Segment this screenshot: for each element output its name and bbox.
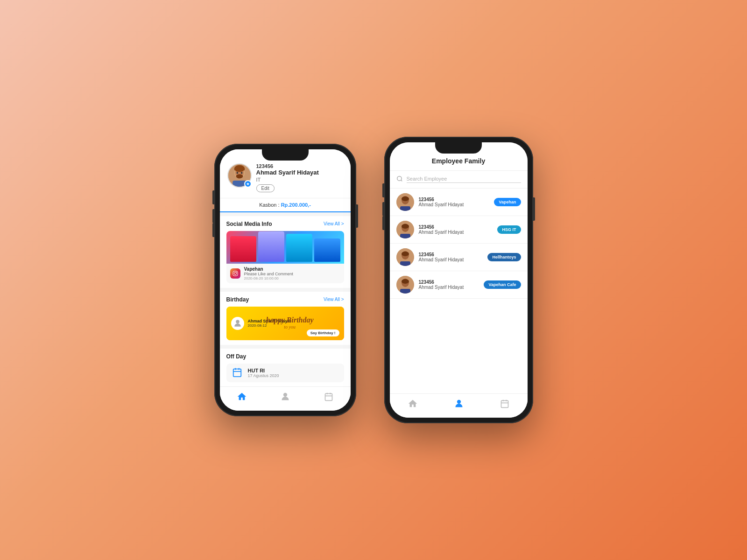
emp-info-2: 123456 Ahmad Syarif Hidayat [419, 224, 493, 235]
table-row: 123456 Ahmad Syarif Hidayat Vapehan [390, 189, 528, 216]
search-bar: Search Employee [390, 171, 528, 189]
emp-badge-2: HSG IT [497, 225, 521, 234]
bottle-1 [230, 236, 256, 262]
offday-item: HUT RI 17 Agustus 2020 [226, 364, 344, 382]
table-row: 123456 Ahmad Syarif Hidayat Hellhantoys [390, 244, 528, 271]
kasbon-label: Kasbon : [259, 202, 279, 208]
profile-id: 123456 [256, 163, 343, 169]
calendar-icon [232, 367, 243, 378]
svg-rect-9 [233, 271, 238, 276]
svg-point-7 [236, 174, 243, 178]
offday-section: Off Day HUT RI [220, 349, 351, 387]
svg-point-6 [240, 172, 242, 174]
birthday-title: Birthday [226, 296, 249, 303]
birthday-sub-text: to you [266, 324, 314, 329]
phone-right: Employee Family Search Employee [384, 137, 533, 423]
svg-point-10 [234, 272, 236, 274]
phone-left: 123456 Ahmad Syarif Hidayat IT Edit Kasb… [214, 144, 356, 416]
emp-avatar-2 [396, 221, 414, 238]
birthday-avatar [231, 317, 244, 330]
screen-right: Employee Family Search Employee [390, 142, 528, 418]
svg-point-12 [236, 320, 240, 323]
nav-person-left[interactable] [281, 392, 290, 404]
nav-home-left[interactable] [237, 392, 247, 404]
emp-name-4: Ahmad Syarif Hidayat [419, 285, 479, 290]
edit-button[interactable]: Edit [256, 184, 275, 192]
social-view-all[interactable]: View All > [324, 221, 344, 226]
svg-point-30 [402, 224, 409, 229]
social-media-section: Social Media Info View All > [220, 216, 351, 288]
svg-rect-39 [400, 289, 410, 294]
social-title: Social Media Info [226, 221, 272, 227]
search-input[interactable]: Search Employee [407, 176, 521, 183]
emp-avatar-1 [396, 193, 414, 211]
offday-date: 17 Agustus 2020 [248, 373, 279, 378]
offday-header: Off Day [226, 353, 344, 360]
profile-info: 123456 Ahmad Syarif Hidayat IT Edit [256, 163, 343, 192]
birthday-section: Birthday View All > Ahmad Syarif Hid [220, 292, 351, 345]
svg-rect-41 [501, 400, 508, 407]
social-name: Vapehan [244, 266, 340, 272]
emp-id-3: 123456 [419, 252, 483, 257]
emp-name-1: Ahmad Syarif Hidayat [419, 202, 490, 207]
search-icon [396, 175, 403, 183]
svg-rect-27 [400, 206, 410, 211]
birthday-card: Ahmad Syarif Hidayat 2020-08-12 happy Bi… [226, 307, 344, 340]
svg-rect-4 [234, 168, 244, 170]
birthday-big-text: happy Birthday [266, 316, 314, 324]
social-desc: Please Like and Comment [244, 272, 340, 276]
social-info: Vapehan Please Like and Comment 2020-08-… [226, 264, 344, 283]
emp-badge-4: Vapehan Cafe [484, 280, 521, 289]
phones-container: 123456 Ahmad Syarif Hidayat IT Edit Kasb… [214, 137, 533, 423]
nav-person-right[interactable] [454, 399, 464, 411]
nav-calendar-left[interactable] [324, 392, 333, 404]
svg-point-38 [402, 279, 409, 284]
emp-badge-3: Hellhantoys [487, 253, 521, 261]
bottle-3 [286, 234, 312, 262]
notch-left [262, 149, 309, 161]
employee-list: 123456 Ahmad Syarif Hidayat Vapehan [390, 189, 528, 299]
profile-name: Ahmad Syarif Hidayat [256, 169, 343, 177]
social-header: Social Media Info View All > [226, 221, 344, 227]
emp-avatar-4 [396, 276, 414, 294]
svg-rect-13 [233, 369, 241, 377]
svg-point-11 [236, 272, 237, 273]
offday-info: HUT RI 17 Agustus 2020 [248, 368, 279, 378]
emp-info-1: 123456 Ahmad Syarif Hidayat [419, 197, 490, 207]
bottle-2 [258, 231, 284, 262]
kasbon-amount: Rp.200.000,- [281, 202, 311, 208]
social-image [226, 231, 344, 264]
bottom-nav-right [390, 393, 528, 418]
emp-name-3: Ahmad Syarif Hidayat [419, 257, 483, 262]
avatar-badge [244, 180, 252, 188]
emp-info-3: 123456 Ahmad Syarif Hidayat [419, 252, 483, 262]
birthday-view-all[interactable]: View All > [324, 297, 344, 302]
social-date: 2020-08-20 10:00:00 [244, 276, 340, 280]
nav-calendar-right[interactable] [500, 399, 509, 411]
offday-name: HUT RI [248, 368, 279, 373]
profile-dept: IT [256, 177, 343, 182]
emp-avatar-3 [396, 248, 414, 266]
svg-rect-35 [400, 261, 410, 266]
phone-right-screen: Employee Family Search Employee [390, 142, 528, 418]
bottom-nav-left [220, 386, 351, 411]
svg-point-5 [236, 172, 238, 174]
instagram-icon [230, 268, 240, 279]
svg-point-26 [402, 196, 409, 201]
screen-left: 123456 Ahmad Syarif Hidayat IT Edit Kasb… [220, 149, 351, 411]
emp-id-2: 123456 [419, 224, 493, 230]
birthday-header: Birthday View All > [226, 296, 344, 303]
notch-right [435, 142, 482, 154]
table-row: 123456 Ahmad Syarif Hidayat Vapehan Cafe [390, 271, 528, 299]
emp-badge-1: Vapehan [494, 198, 521, 206]
employee-family-title: Employee Family [397, 157, 520, 165]
nav-home-right[interactable] [408, 399, 418, 411]
emp-id-4: 123456 [419, 280, 479, 285]
svg-point-17 [283, 393, 287, 397]
bottle-4 [314, 238, 340, 262]
say-birthday-button[interactable]: Say Birthday ! [307, 329, 339, 336]
svg-rect-31 [400, 234, 410, 238]
vape-bottles [226, 231, 344, 264]
svg-point-40 [457, 400, 461, 404]
svg-rect-18 [325, 393, 332, 400]
